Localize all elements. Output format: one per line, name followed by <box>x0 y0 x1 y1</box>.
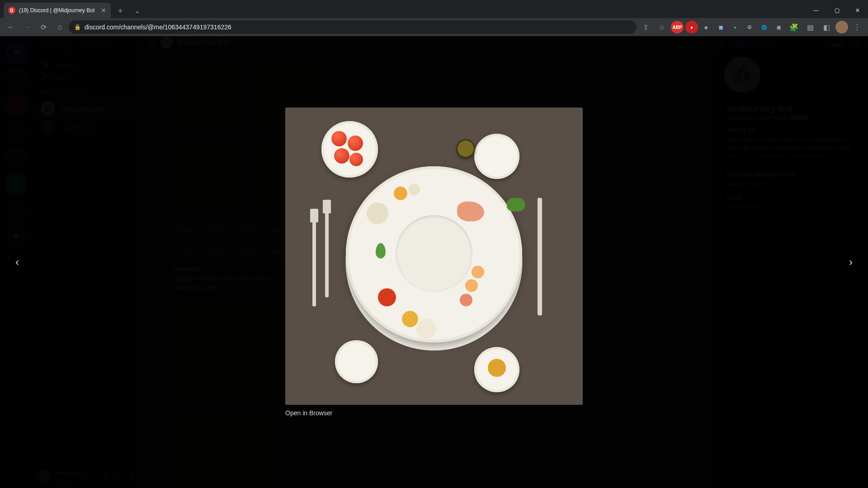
tab-overflow-icon[interactable]: ⌄ <box>130 3 145 18</box>
food-orange-1 <box>394 187 407 200</box>
herb-1 <box>376 243 386 258</box>
herb-2 <box>507 198 525 211</box>
window-controls: ― ▢ ✕ <box>806 3 868 18</box>
sauce-shot <box>456 139 475 158</box>
lightbox-image[interactable] <box>285 108 583 405</box>
food-salmon <box>457 202 484 221</box>
profile-avatar-icon[interactable] <box>835 21 848 33</box>
tab-strip: D (19) Discord | @Midjourney Bot ✕ ＋ ⌄ ―… <box>0 0 868 18</box>
share-icon[interactable]: ⇪ <box>638 20 653 34</box>
new-tab-button[interactable]: ＋ <box>111 3 130 18</box>
ext-generic-1-icon[interactable]: ◆ <box>700 21 712 33</box>
inner-plate <box>396 215 472 292</box>
ext-camera-icon[interactable]: ⦿ <box>743 21 756 33</box>
browser-toolbar: ← → ⟳ ⌂ 🔒 discord.com/channels/@me/10634… <box>0 18 868 36</box>
ext-generic-2-icon[interactable]: ▦ <box>714 21 727 33</box>
top-right-bowl <box>474 134 519 179</box>
tomato-2 <box>348 136 363 151</box>
back-button[interactable]: ← <box>4 20 18 34</box>
reload-button[interactable]: ⟳ <box>36 20 51 34</box>
lock-icon: 🔒 <box>74 24 81 30</box>
home-button[interactable]: ⌂ <box>52 20 67 34</box>
ext-generic-3-icon[interactable]: ● <box>729 21 741 33</box>
tomato-4 <box>349 153 363 166</box>
browser-tab[interactable]: D (19) Discord | @Midjourney Bot ✕ <box>4 3 111 18</box>
food-citrus-1 <box>465 279 478 292</box>
ext-globe-icon[interactable]: 🌐 <box>758 21 770 33</box>
ext-red-icon[interactable]: ● <box>685 21 698 33</box>
food-egg <box>488 359 506 377</box>
tomato-3 <box>334 148 349 164</box>
open-in-browser-link[interactable]: Open in Browser <box>285 409 332 417</box>
discord-favicon: D <box>8 7 15 14</box>
food-citrus-2 <box>472 266 484 278</box>
ext-generic-4-icon[interactable]: ▣ <box>772 21 785 33</box>
tomato-bowl <box>321 121 378 178</box>
browser-window: D (19) Discord | @Midjourney Bot ✕ ＋ ⌄ ―… <box>0 0 868 488</box>
food-dip-cup <box>416 319 436 339</box>
close-tab-icon[interactable]: ✕ <box>101 7 106 14</box>
forward-button[interactable]: → <box>20 20 34 34</box>
lightbox-inner: Open in Browser <box>285 108 583 417</box>
chrome-menu-icon[interactable]: ⋮ <box>850 20 864 34</box>
fork-2 <box>325 211 329 297</box>
bookmark-icon[interactable]: ☆ <box>655 20 669 34</box>
bottom-left-bowl <box>335 340 378 383</box>
food-sauce-cup <box>367 202 388 224</box>
ext-adblock-icon[interactable]: ABP <box>671 21 684 33</box>
food-citrus-3 <box>460 294 472 306</box>
maximize-button[interactable]: ▢ <box>826 3 847 18</box>
knife <box>538 198 542 315</box>
food-cream <box>408 183 420 195</box>
image-lightbox[interactable]: ‹ <box>0 36 868 488</box>
reading-list-icon[interactable]: ▤ <box>803 20 817 34</box>
food-yellow-1 <box>402 311 418 327</box>
url-text: discord.com/channels/@me/106344374919731… <box>85 23 231 31</box>
minimize-button[interactable]: ― <box>806 3 826 18</box>
fork-1 <box>312 221 316 306</box>
tab-title: (19) Discord | @Midjourney Bot <box>19 7 94 14</box>
extensions-puzzle-icon[interactable]: 🧩 <box>787 20 801 34</box>
page-viewport: 💬 A Sv ● ＋ 🧭 Find or start a conversatio… <box>0 36 868 488</box>
address-bar[interactable]: 🔒 discord.com/channels/@me/1063443749197… <box>69 20 637 34</box>
food-tomato-rim <box>378 288 396 306</box>
lightbox-prev-button[interactable]: ‹ <box>8 253 26 271</box>
tomato-1 <box>331 131 347 146</box>
close-window-button[interactable]: ✕ <box>847 3 868 18</box>
lightbox-next-button[interactable]: › <box>842 253 860 271</box>
sidepanel-icon[interactable]: ◧ <box>819 20 834 34</box>
